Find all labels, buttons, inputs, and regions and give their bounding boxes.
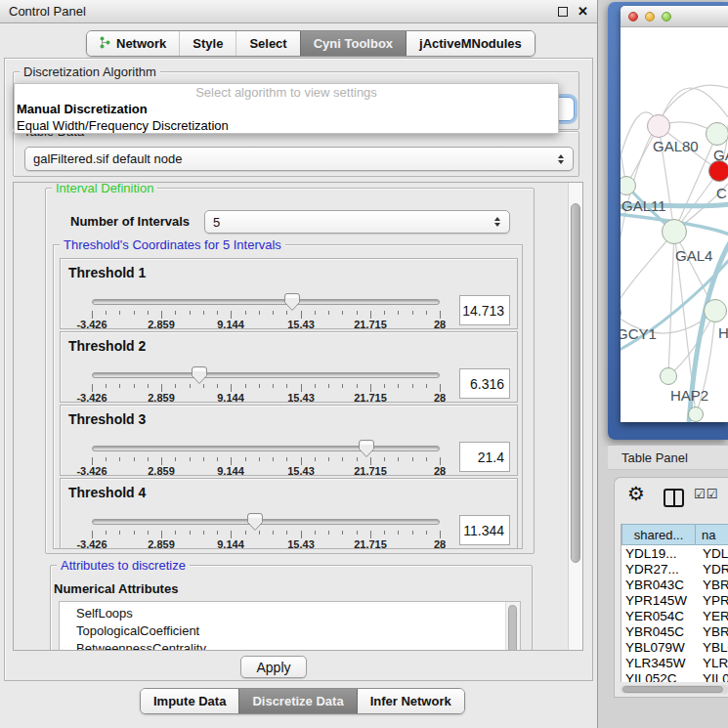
- scale-label: -3.426: [76, 392, 107, 404]
- network-node-label: GAL4: [675, 247, 712, 264]
- tick-mark: [273, 311, 274, 315]
- tab-label: Select: [249, 36, 286, 51]
- table-row[interactable]: YLR345WYLR3: [621, 655, 728, 670]
- table-cell-name: YPR1: [696, 593, 728, 608]
- algorithm-option[interactable]: Manual Discretization: [15, 101, 558, 117]
- scale-label: 28: [434, 538, 446, 550]
- close-traffic-light[interactable]: [628, 12, 638, 21]
- minimize-traffic-light[interactable]: [645, 12, 655, 21]
- tab-impute-data[interactable]: Impute Data: [141, 689, 238, 713]
- settings-scrollbar-thumb[interactable]: [571, 203, 580, 563]
- algorithm-option[interactable]: Equal Width/Frequency Discretization: [15, 117, 558, 134]
- tick-mark: [328, 457, 329, 461]
- attribute-item[interactable]: SelfLoops: [60, 605, 520, 622]
- table-row[interactable]: YPR145WYPR1: [621, 592, 728, 608]
- threshold-value[interactable]: 21.4: [459, 442, 510, 472]
- tick-mark: [273, 384, 274, 388]
- attributes-scrollbar-thumb[interactable]: [508, 605, 517, 651]
- table-panel-body: ⚙ ☑☑ shared... na YDL19...YDL1YDR27...YD…: [614, 477, 728, 698]
- table-row[interactable]: YIL052CYIL0: [621, 670, 728, 682]
- threshold-value[interactable]: 6.316: [459, 368, 510, 399]
- tab-cyni-toolbox[interactable]: Cyni Toolbox: [300, 31, 406, 56]
- table-horizontal-scrollbar[interactable]: [621, 685, 728, 694]
- network-canvas[interactable]: GAL80GACGAL11GAL4GCY1HHAP2: [621, 27, 728, 422]
- slider-track[interactable]: [92, 299, 440, 305]
- table-cell-name: YBL0: [696, 640, 728, 655]
- scale-label: -3.426: [76, 538, 107, 550]
- close-icon[interactable]: ✕: [578, 5, 588, 18]
- tick-mark: [148, 311, 149, 315]
- threshold-value[interactable]: 14.713: [459, 295, 510, 325]
- scale-label: 9.144: [217, 465, 244, 477]
- network-node[interactable]: [688, 407, 704, 422]
- table-cell-name: YBR0: [696, 624, 728, 639]
- tick-mark: [106, 311, 107, 315]
- numerical-attributes-label: Numerical Attributes: [54, 581, 178, 596]
- tick-mark: [106, 457, 107, 461]
- scale-label: 21.715: [354, 465, 387, 477]
- tick-mark: [161, 311, 162, 319]
- tab-style[interactable]: Style: [179, 31, 236, 56]
- tab-discretize-data[interactable]: Discretize Data: [238, 689, 356, 713]
- columns-icon[interactable]: [664, 489, 684, 507]
- tab-label: jActiveMNodules: [419, 36, 522, 51]
- tick-mark: [245, 384, 246, 388]
- slider-thumb[interactable]: [283, 292, 301, 312]
- table-panel-title: Table Panel: [621, 450, 688, 465]
- table-row[interactable]: YDR27...YDR2: [621, 561, 728, 577]
- tick-mark: [357, 384, 358, 388]
- tab-infer-network[interactable]: Infer Network: [357, 689, 464, 713]
- table-row[interactable]: YBL079WYBL0: [621, 639, 728, 655]
- table-header-name[interactable]: na: [696, 524, 728, 545]
- network-node[interactable]: [704, 299, 727, 322]
- table-row[interactable]: YER054CYER0: [621, 608, 728, 623]
- attributes-list-scrollbar[interactable]: [505, 602, 520, 651]
- network-node[interactable]: [708, 160, 728, 182]
- slider-track[interactable]: [92, 446, 440, 451]
- slider-thumb[interactable]: [246, 512, 264, 532]
- slider-track[interactable]: [92, 519, 440, 525]
- table-row[interactable]: YBR043CYBR0: [621, 577, 728, 592]
- number-of-intervals-combobox[interactable]: 5: [204, 210, 510, 234]
- attributes-list[interactable]: SelfLoopsTopologicalCoefficientBetweenne…: [59, 601, 521, 651]
- cyni-mode-tab-bar: Impute DataDiscretize DataInfer Network: [140, 688, 465, 714]
- tab-network[interactable]: Network: [87, 31, 179, 56]
- settings-vertical-scrollbar[interactable]: [568, 183, 582, 650]
- tick-mark: [315, 531, 316, 535]
- attribute-item[interactable]: TopologicalCoefficient: [60, 622, 520, 640]
- tab-jactivemnodules[interactable]: jActiveMNodules: [406, 31, 535, 56]
- control-tab-bar: NetworkStyleSelectCyni ToolboxjActiveMNo…: [86, 30, 535, 57]
- tick-mark: [315, 384, 316, 388]
- tick-mark: [440, 457, 441, 465]
- tick-mark: [301, 311, 302, 319]
- tick-mark: [398, 457, 399, 461]
- slider-track[interactable]: [92, 372, 440, 378]
- table-row[interactable]: YDL19...YDL1: [621, 545, 728, 561]
- tick-mark: [148, 384, 149, 388]
- slider-thumb[interactable]: [358, 439, 375, 458]
- network-node[interactable]: [706, 122, 728, 146]
- column-visibility-checkboxes-icon[interactable]: ☑☑: [694, 488, 718, 500]
- float-window-icon[interactable]: [558, 7, 568, 17]
- network-node[interactable]: [647, 114, 670, 138]
- threshold-label: Threshold 1: [68, 265, 146, 280]
- table-data-combobox[interactable]: galFiltered.sif default node: [24, 147, 574, 171]
- zoom-traffic-light[interactable]: [662, 12, 671, 21]
- tick-mark: [286, 311, 287, 315]
- interval-definition-title: Interval Definition: [52, 182, 157, 195]
- table-row[interactable]: YBR045CYBR0: [621, 623, 728, 639]
- attribute-item[interactable]: BetweennessCentrality: [60, 640, 520, 651]
- table-header-shared[interactable]: shared...: [621, 524, 696, 545]
- tick-mark: [370, 457, 371, 465]
- tab-select[interactable]: Select: [236, 31, 299, 56]
- apply-button[interactable]: Apply: [240, 656, 307, 678]
- attributes-group-title: Attributes to discretize: [57, 558, 190, 573]
- network-node[interactable]: [662, 219, 687, 244]
- table-hscrollbar-thumb[interactable]: [622, 686, 723, 693]
- tick-mark: [370, 384, 371, 392]
- threshold-box: Threshold 2-3.4262.8599.14415.4321.71528…: [60, 331, 518, 403]
- settings-gear-icon[interactable]: ⚙: [627, 484, 645, 503]
- network-node[interactable]: [660, 367, 677, 385]
- slider-thumb[interactable]: [191, 365, 208, 385]
- threshold-value[interactable]: 11.344: [459, 515, 510, 545]
